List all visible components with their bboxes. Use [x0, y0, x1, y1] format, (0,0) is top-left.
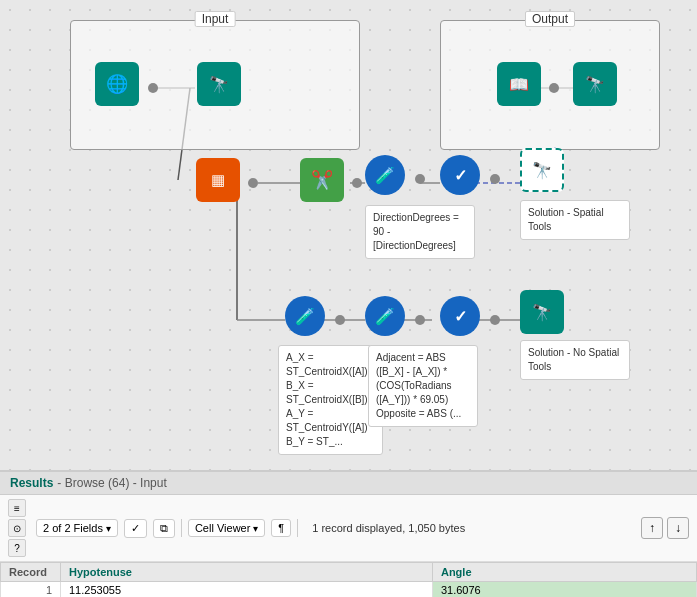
results-title: Results	[10, 476, 53, 490]
workflow-canvas: Input Output 🌐 🔭 📖 🔭 ▦ ✂️ 🧪 ✓	[0, 0, 697, 470]
solution-no-spatial-node[interactable]: 🔭	[520, 290, 564, 334]
solution-no-spatial-label: Solution - No Spatial Tools	[520, 340, 630, 380]
tooltip-direction: DirectionDegrees = 90 - [DirectionDegree…	[365, 205, 475, 259]
cell-hypotenuse: 11.253055	[61, 582, 433, 598]
check-node-2[interactable]: ✓	[440, 296, 480, 336]
binoculars-icon-3: 🔭	[520, 148, 564, 192]
solution-spatial-label: Solution - Spatial Tools	[520, 200, 630, 240]
scissors-icon: ✂️	[300, 158, 344, 202]
col-header-record: Record	[1, 563, 61, 582]
table-row[interactable]: 1 11.253055 31.6076	[1, 582, 697, 598]
flask-node-3[interactable]: 🧪	[365, 296, 405, 336]
flask-node-2[interactable]: 🧪	[285, 296, 325, 336]
connector-dot-5	[415, 174, 425, 184]
connector-dot-6	[490, 174, 500, 184]
chevron-down-icon-2: ▾	[253, 523, 258, 534]
record-info: 1 record displayed, 1,050 bytes	[312, 522, 635, 534]
output-group-label: Output	[525, 11, 575, 27]
filter-icon[interactable]: ≡	[8, 499, 26, 517]
connector-dot-9	[490, 315, 500, 325]
copy-btn[interactable]: ⧉	[153, 519, 175, 538]
connector-dot-7	[335, 315, 345, 325]
tooltip-adjacent: Adjacent = ABS ([B_X] - [A_X]) * (COS(To…	[368, 345, 478, 427]
results-browse: - Browse (64) - Input	[57, 476, 166, 490]
toolbar-divider-1	[181, 519, 182, 537]
input-table-node[interactable]: ▦	[196, 158, 240, 202]
results-panel: Results - Browse (64) - Input ≡ ⊙ ? 2 of…	[0, 470, 697, 597]
check-icon-2: ✓	[440, 296, 480, 336]
browse-node-1[interactable]: 🔭	[197, 62, 241, 106]
globe-node[interactable]: 🌐	[95, 62, 139, 106]
results-table: Record Hypotenuse Angle 1 11.253055 31.6…	[0, 562, 697, 597]
scroll-up-btn[interactable]: ↑	[641, 517, 663, 539]
connector-dot-8	[415, 315, 425, 325]
binoculars-icon-1: 🔭	[197, 62, 241, 106]
binoculars-icon-2: 🔭	[573, 62, 617, 106]
fields-dropdown-btn[interactable]: 2 of 2 Fields ▾	[36, 519, 118, 537]
book-icon: 📖	[497, 62, 541, 106]
check-node-1[interactable]: ✓	[440, 155, 480, 195]
table-icon: ▦	[196, 158, 240, 202]
browse-node-2[interactable]: 🔭	[573, 62, 617, 106]
binoculars-icon-4: 🔭	[520, 290, 564, 334]
help-icon[interactable]: ?	[8, 539, 26, 557]
checkmark-btn[interactable]: ✓	[124, 519, 147, 538]
connector-dot-2	[549, 83, 559, 93]
check-icon-1: ✓	[440, 155, 480, 195]
scroll-down-btn[interactable]: ↓	[667, 517, 689, 539]
navigation-arrows: ↑ ↓	[641, 517, 689, 539]
settings-icon[interactable]: ⊙	[8, 519, 26, 537]
solution-spatial-node[interactable]: 🔭	[520, 148, 564, 192]
col-header-angle: Angle	[432, 563, 696, 582]
connector-dot-4	[352, 178, 362, 188]
connector-dot-3	[248, 178, 258, 188]
flask-node-1[interactable]: 🧪	[365, 155, 405, 195]
paragraph-btn[interactable]: ¶	[271, 519, 291, 537]
flask-icon-2: 🧪	[285, 296, 325, 336]
toolbar-divider-2	[297, 519, 298, 537]
cell-angle: 31.6076	[432, 582, 696, 598]
chevron-down-icon-1: ▾	[106, 523, 111, 534]
scissors-node[interactable]: ✂️	[300, 158, 344, 202]
connector-dot-1	[148, 83, 158, 93]
results-header: Results - Browse (64) - Input	[0, 472, 697, 495]
col-header-hypotenuse: Hypotenuse	[61, 563, 433, 582]
cell-record: 1	[1, 582, 61, 598]
book-node[interactable]: 📖	[497, 62, 541, 106]
globe-icon: 🌐	[95, 62, 139, 106]
input-group-label: Input	[195, 11, 236, 27]
cell-viewer-btn[interactable]: Cell Viewer ▾	[188, 519, 265, 537]
results-toolbar: ≡ ⊙ ? 2 of 2 Fields ▾ ✓ ⧉ Cell Viewer ▾ …	[0, 495, 697, 562]
flask-icon-3: 🧪	[365, 296, 405, 336]
flask-icon-1: 🧪	[365, 155, 405, 195]
